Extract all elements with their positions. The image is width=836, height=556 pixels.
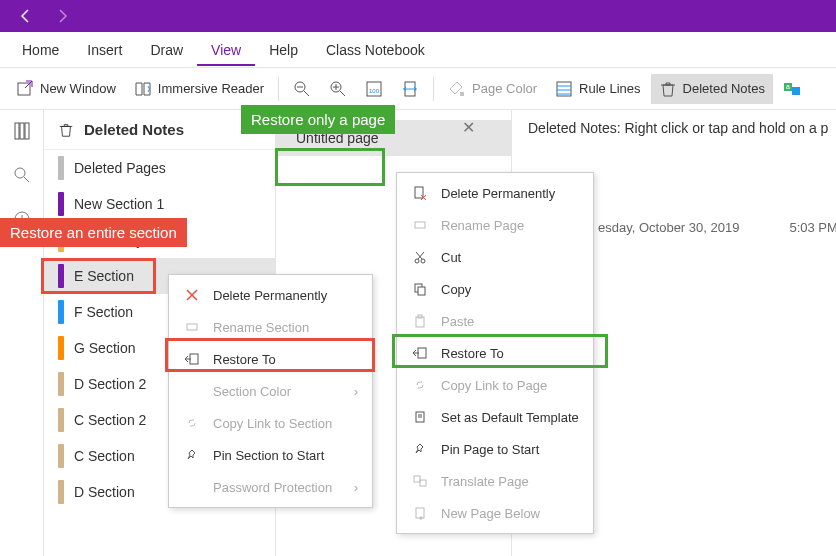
ctx-delete-permanently[interactable]: Delete Permanently <box>169 279 372 311</box>
section-color-tab <box>58 300 64 324</box>
ctx-set-default-template[interactable]: Set as Default Template <box>397 401 593 433</box>
ctx-label: Copy Link to Page <box>441 378 547 393</box>
menu-draw[interactable]: Draw <box>136 34 197 66</box>
page-context-menu: Delete Permanently Rename Page Cut Copy … <box>396 172 594 534</box>
ctx-rename-page: Rename Page <box>397 209 593 241</box>
ctx-restore-to[interactable]: Restore To <box>169 343 372 375</box>
rule-lines-icon <box>555 80 573 98</box>
section-label: C Section 2 <box>74 412 146 428</box>
section-label: D Section 2 <box>74 376 146 392</box>
section-item[interactable]: New Section 1 <box>44 186 275 222</box>
zoom-out-icon <box>293 80 311 98</box>
svg-rect-27 <box>187 324 197 330</box>
ctx-label: Paste <box>441 314 474 329</box>
page-color-button[interactable]: Page Color <box>440 74 545 104</box>
chevron-right-icon: › <box>354 384 358 399</box>
section-color-tab <box>58 444 64 468</box>
ctx-label: Password Protection <box>213 480 332 495</box>
section-color-tab <box>58 480 64 504</box>
section-label: G Section <box>74 340 135 356</box>
content-title: Deleted Notes: Right click or tap and ho… <box>528 120 820 136</box>
ctx-pin-page[interactable]: Pin Page to Start <box>397 433 593 465</box>
ctx-label: Section Color <box>213 384 291 399</box>
deleted-notes-button[interactable]: Deleted Notes <box>651 74 773 104</box>
ctx-label: Copy <box>441 282 471 297</box>
zoom-in-button[interactable] <box>321 74 355 104</box>
svg-line-2 <box>304 91 309 96</box>
svg-rect-19 <box>15 123 19 139</box>
ctx-copy-link-section: Copy Link to Section <box>169 407 372 439</box>
sections-title: Deleted Notes <box>84 121 184 138</box>
zoom-100-button[interactable]: 100 <box>357 74 391 104</box>
section-context-menu: Delete Permanently Rename Section Restor… <box>168 274 373 508</box>
menu-insert[interactable]: Insert <box>73 34 136 66</box>
restore-icon <box>411 344 429 362</box>
menu-class-notebook[interactable]: Class Notebook <box>312 34 439 66</box>
translate-button[interactable]: a <box>775 74 809 104</box>
ctx-translate-page: Translate Page <box>397 465 593 497</box>
ctx-cut[interactable]: Cut <box>397 241 593 273</box>
forward-button[interactable] <box>44 0 80 32</box>
toolbar: New Window Immersive Reader 100 Page Col… <box>0 68 836 110</box>
paste-icon <box>411 312 429 330</box>
section-item[interactable]: Deleted Pages <box>44 150 275 186</box>
trash-icon <box>58 122 74 138</box>
back-button[interactable] <box>8 0 44 32</box>
ctx-label: Delete Permanently <box>441 186 555 201</box>
zoom-out-button[interactable] <box>285 74 319 104</box>
page-width-button[interactable] <box>393 74 427 104</box>
ctx-label: Translate Page <box>441 474 529 489</box>
svg-rect-46 <box>420 480 426 486</box>
svg-rect-21 <box>25 123 29 139</box>
menubar: Home Insert Draw View Help Class Noteboo… <box>0 32 836 68</box>
ctx-label: Restore To <box>441 346 504 361</box>
svg-rect-20 <box>20 123 24 139</box>
section-label: D Section <box>74 484 135 500</box>
section-label: C Section <box>74 448 135 464</box>
svg-text:a: a <box>786 83 790 90</box>
cut-icon <box>411 248 429 266</box>
ctx-label: New Page Below <box>441 506 540 521</box>
notebooks-button[interactable] <box>7 116 37 146</box>
ctx-delete-permanently-page[interactable]: Delete Permanently <box>397 177 593 209</box>
rule-lines-button[interactable]: Rule Lines <box>547 74 648 104</box>
trash-icon <box>659 80 677 98</box>
ctx-restore-to-page[interactable]: Restore To <box>397 337 593 369</box>
ctx-label: Restore To <box>213 352 276 367</box>
ctx-label: Pin Section to Start <box>213 448 324 463</box>
menu-help[interactable]: Help <box>255 34 312 66</box>
immersive-reader-button[interactable]: Immersive Reader <box>126 74 272 104</box>
svg-rect-28 <box>190 354 198 364</box>
svg-point-34 <box>421 259 425 263</box>
page-width-icon <box>401 80 419 98</box>
svg-rect-32 <box>415 222 425 228</box>
menu-view[interactable]: View <box>197 34 255 66</box>
close-pages-button[interactable]: ✕ <box>462 118 475 137</box>
search-button[interactable] <box>7 160 37 190</box>
template-icon <box>411 408 429 426</box>
ctx-label: Set as Default Template <box>441 410 579 425</box>
ctx-copy-link-page: Copy Link to Page <box>397 369 593 401</box>
section-color-tab <box>58 372 64 396</box>
content-date: esday, October 30, 2019 <box>598 220 739 235</box>
page-color-label: Page Color <box>472 81 537 96</box>
new-window-label: New Window <box>40 81 116 96</box>
ctx-label: Cut <box>441 250 461 265</box>
new-window-button[interactable]: New Window <box>8 74 124 104</box>
svg-rect-38 <box>418 287 425 295</box>
ctx-password-protection: Password Protection › <box>169 471 372 503</box>
delete-icon <box>183 286 201 304</box>
section-color-tab <box>58 336 64 360</box>
section-label: Deleted Pages <box>74 160 166 176</box>
ctx-copy[interactable]: Copy <box>397 273 593 305</box>
restore-icon <box>183 350 201 368</box>
ctx-pin-section[interactable]: Pin Section to Start <box>169 439 372 471</box>
link-icon <box>411 376 429 394</box>
translate-icon: a <box>783 80 801 98</box>
copy-icon <box>411 280 429 298</box>
menu-home[interactable]: Home <box>8 34 73 66</box>
ctx-label: Copy Link to Section <box>213 416 332 431</box>
section-color-tab <box>58 264 64 288</box>
new-page-icon <box>411 504 429 522</box>
pin-icon <box>411 440 429 458</box>
